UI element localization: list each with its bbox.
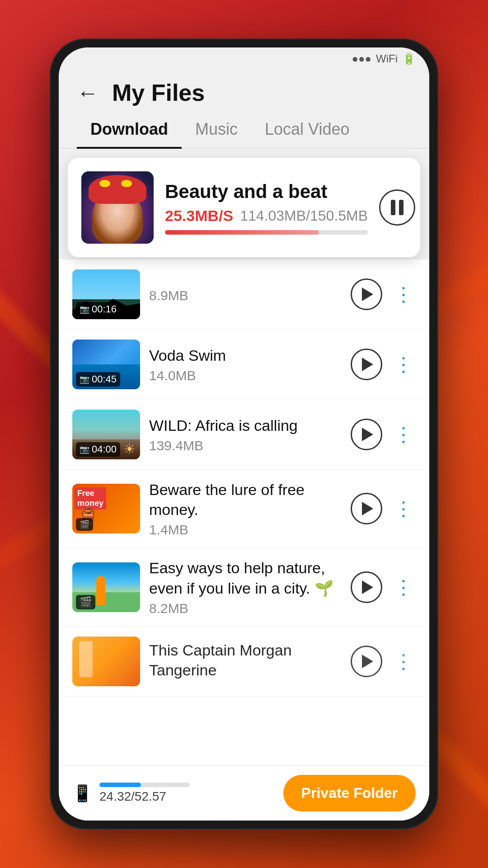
storage-bar [99, 783, 190, 787]
file-actions-4: ⋮ [351, 493, 416, 524]
header: ← My Files [59, 70, 429, 111]
play-icon-5 [362, 580, 373, 594]
file-list: 📷 00:16 8.9MB ⋮ [59, 259, 429, 765]
more-button-1[interactable]: ⋮ [391, 284, 416, 304]
file-name-2: Voda Swim [149, 345, 342, 365]
file-info-4: Beware the lure of free money. 1.4MB [149, 480, 342, 538]
play-button-1[interactable] [351, 278, 382, 310]
file-info-5: Easy ways to help nature, even if you li… [149, 558, 342, 616]
file-thumbnail-2: 📷 00:45 [72, 340, 140, 389]
file-actions-1: ⋮ [351, 278, 416, 310]
list-item: 📷 00:45 Voda Swim 14.0MB ⋮ [59, 330, 429, 400]
storage-info: 📱 24.32/52.57 [72, 783, 190, 804]
storage-bar-fill [99, 783, 141, 787]
page-title: My Files [112, 79, 205, 106]
play-button-4[interactable] [351, 493, 382, 524]
tab-download[interactable]: Download [77, 111, 182, 148]
play-button-3[interactable] [351, 419, 382, 450]
storage-text: 24.32/52.57 [99, 789, 190, 804]
status-bar: ●●● WiFi 🔋 [59, 47, 429, 70]
video-duration-1: 📷 00:16 [76, 302, 120, 316]
video-duration-3: 📷 04:00 [76, 442, 120, 457]
file-size-2: 14.0MB [149, 368, 342, 383]
play-button-6[interactable] [351, 646, 382, 677]
video-icon: 🎬 [80, 596, 92, 608]
private-folder-button[interactable]: Private Folder [283, 775, 416, 811]
pause-button[interactable] [379, 189, 415, 226]
file-actions-2: ⋮ [351, 349, 416, 380]
active-download-card: Beauty and a beat 25.3MB/S 114.03MB/150.… [68, 158, 420, 257]
camera-icon: 📷 [80, 304, 89, 314]
file-actions-6: ⋮ [351, 646, 416, 677]
tab-music[interactable]: Music [182, 111, 251, 148]
download-info: Beauty and a beat 25.3MB/S 114.03MB/150.… [165, 181, 368, 235]
list-item: This Captain Morgan Tangerine ⋮ [59, 627, 429, 697]
play-icon-3 [362, 428, 373, 441]
file-size-4: 1.4MB [149, 522, 342, 538]
list-item: Freemoney 🏺 🎬 Beware the lure of free mo… [59, 470, 429, 548]
file-name-5: Easy ways to help nature, even if you li… [149, 558, 342, 598]
file-thumbnail-3: ☀ 📷 04:00 [72, 410, 140, 459]
free-money-label: Freemoney [75, 487, 106, 509]
play-button-5[interactable] [351, 571, 382, 603]
play-icon-1 [362, 288, 373, 301]
file-thumbnail-5: 🎬 [72, 562, 140, 612]
more-button-6[interactable]: ⋮ [391, 651, 416, 671]
download-title: Beauty and a beat [165, 181, 368, 203]
camera-icon: 📷 [80, 374, 89, 384]
video-duration-2: 📷 00:45 [76, 372, 120, 387]
back-button[interactable]: ← [77, 80, 99, 105]
more-button-4[interactable]: ⋮ [391, 499, 416, 519]
download-progress-bar [165, 230, 368, 235]
file-thumbnail-4: Freemoney 🏺 🎬 [72, 484, 140, 533]
file-actions-5: ⋮ [351, 571, 416, 603]
file-name-4: Beware the lure of free money. [149, 480, 342, 519]
file-info-2: Voda Swim 14.0MB [149, 345, 342, 383]
file-name-3: WILD: Africa is calling [149, 415, 342, 435]
play-icon-6 [362, 655, 373, 668]
file-name-6: This Captain Morgan Tangerine [149, 640, 342, 680]
list-item: 📷 00:16 8.9MB ⋮ [59, 259, 429, 330]
storage-details: 24.32/52.57 [99, 783, 190, 804]
download-progress-fill [165, 230, 319, 235]
download-thumbnail [81, 171, 154, 244]
file-thumbnail-1: 📷 00:16 [72, 269, 140, 319]
file-info-6: This Captain Morgan Tangerine [149, 640, 342, 683]
play-button-2[interactable] [351, 349, 382, 380]
more-button-5[interactable]: ⋮ [391, 577, 416, 597]
file-size-5: 8.2MB [149, 601, 342, 616]
play-icon-4 [362, 502, 373, 515]
file-info-3: WILD: Africa is calling 139.4MB [149, 415, 342, 453]
video-icon: 🎬 [80, 519, 89, 529]
camera-icon: 📷 [80, 444, 89, 454]
tabs-container: Download Music Local Video [59, 111, 429, 149]
status-icons: ●●● WiFi 🔋 [352, 52, 416, 65]
file-actions-3: ⋮ [351, 419, 416, 450]
file-size-1: 8.9MB [149, 288, 342, 303]
bottom-bar: 📱 24.32/52.57 Private Folder [59, 765, 429, 821]
download-size: 114.03MB/150.5MB [240, 208, 368, 224]
phone-icon: 📱 [72, 784, 93, 803]
play-icon-2 [362, 358, 373, 371]
file-info-1: 8.9MB [149, 285, 342, 303]
list-item: ☀ 📷 04:00 WILD: Africa is calling 139.4M… [59, 400, 429, 470]
list-item: 🎬 Easy ways to help nature, even if you … [59, 548, 429, 626]
more-button-2[interactable]: ⋮ [391, 354, 416, 374]
pause-icon [391, 200, 404, 215]
file-thumbnail-6 [72, 637, 140, 686]
tab-local-video[interactable]: Local Video [251, 111, 363, 148]
thumbnail-image [81, 171, 154, 244]
file-size-3: 139.4MB [149, 438, 342, 453]
more-button-3[interactable]: ⋮ [391, 425, 416, 444]
download-speed: 25.3MB/S [165, 207, 233, 225]
